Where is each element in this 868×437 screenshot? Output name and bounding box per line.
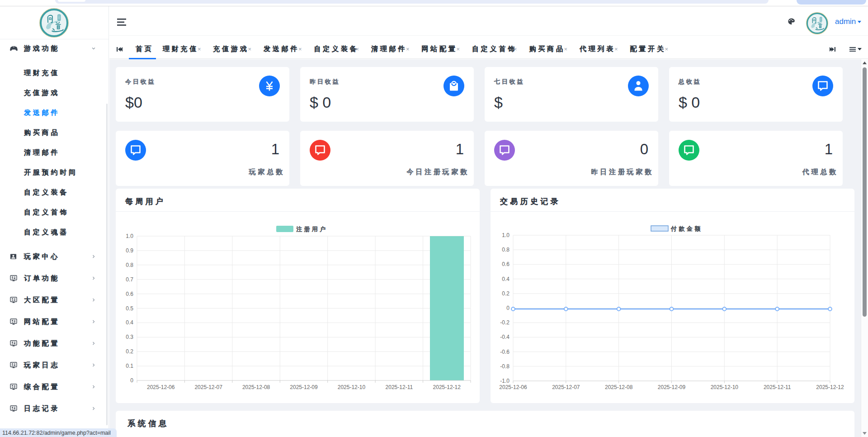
svg-text:2025-12-12: 2025-12-12 <box>816 384 844 390</box>
svg-text:注册用户: 注册用户 <box>296 226 328 233</box>
svg-text:-0.8: -0.8 <box>500 363 509 370</box>
svg-text:2025-12-11: 2025-12-11 <box>764 384 791 390</box>
svg-text:2025-12-08: 2025-12-08 <box>242 384 270 390</box>
svg-text:2025-12-06: 2025-12-06 <box>147 384 175 390</box>
svg-text:2025-12-06: 2025-12-06 <box>499 384 527 390</box>
svg-text:2025-12-09: 2025-12-09 <box>658 384 686 390</box>
svg-text:0.3: 0.3 <box>126 334 133 340</box>
svg-text:2025-12-12: 2025-12-12 <box>433 384 461 390</box>
svg-text:0.9: 0.9 <box>126 247 133 254</box>
svg-text:0: 0 <box>130 377 133 384</box>
svg-text:2025-12-07: 2025-12-07 <box>194 384 222 390</box>
svg-text:0.8: 0.8 <box>502 247 509 253</box>
svg-text:0.6: 0.6 <box>126 291 133 297</box>
svg-text:0.5: 0.5 <box>126 305 133 312</box>
svg-text:-1.0: -1.0 <box>500 378 509 384</box>
svg-text:1.0: 1.0 <box>126 233 133 239</box>
svg-text:0: 0 <box>506 305 509 311</box>
svg-text:0.4: 0.4 <box>502 276 509 282</box>
svg-text:-0.6: -0.6 <box>500 349 509 355</box>
svg-text:0.8: 0.8 <box>126 262 133 268</box>
svg-text:0.2: 0.2 <box>502 290 509 297</box>
svg-text:0.6: 0.6 <box>502 261 509 267</box>
svg-text:2025-12-09: 2025-12-09 <box>290 384 318 390</box>
svg-text:2025-12-10: 2025-12-10 <box>338 384 366 390</box>
svg-text:0.2: 0.2 <box>126 348 133 355</box>
svg-text:1.0: 1.0 <box>502 232 509 238</box>
svg-text:2025-12-08: 2025-12-08 <box>605 384 633 390</box>
svg-text:-0.4: -0.4 <box>500 334 509 340</box>
svg-text:2025-12-07: 2025-12-07 <box>552 384 580 390</box>
svg-text:0.7: 0.7 <box>126 276 133 283</box>
svg-text:-0.2: -0.2 <box>500 319 509 326</box>
svg-text:0.1: 0.1 <box>126 363 133 369</box>
svg-text:付款金额: 付款金额 <box>670 225 703 232</box>
svg-text:2025-12-11: 2025-12-11 <box>386 384 413 390</box>
svg-text:2025-12-10: 2025-12-10 <box>711 384 739 390</box>
svg-text:0.4: 0.4 <box>126 319 133 326</box>
